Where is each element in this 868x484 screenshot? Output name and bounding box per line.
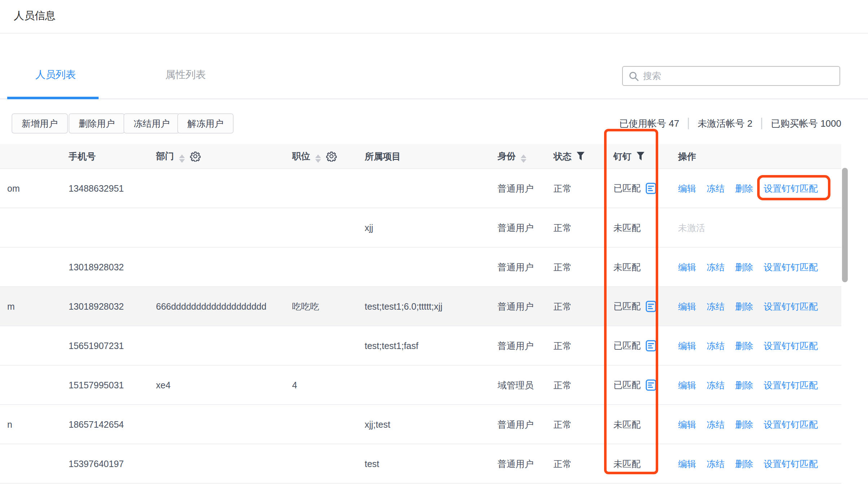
delete-link[interactable]: 删除 <box>735 261 753 273</box>
cell-role: 普通用户 <box>498 418 534 430</box>
dingding-matched-detail-icon[interactable] <box>646 379 656 391</box>
edit-link[interactable]: 编辑 <box>678 458 696 470</box>
set-dingding-match-link[interactable]: 设置钉钉匹配 <box>764 379 818 391</box>
column-header-label: 部门 <box>156 150 174 162</box>
column-header-dept: 部门 <box>156 150 201 163</box>
cell-role: 普通用户 <box>498 458 534 470</box>
freeze-link[interactable]: 冻结 <box>707 379 725 391</box>
gear-icon[interactable] <box>190 151 201 162</box>
freeze-link[interactable]: 冻结 <box>707 340 725 352</box>
freeze-link[interactable]: 冻结 <box>707 182 725 194</box>
dingding-matched-detail-icon[interactable] <box>646 300 656 313</box>
dingding-matched-detail-icon[interactable] <box>646 182 656 195</box>
stat-item: 已使用帐号 47 <box>619 117 679 130</box>
cell-status: 正常 <box>554 379 572 391</box>
cell-position: 吃吃吃 <box>292 300 319 312</box>
cell-phone: 13018928032 <box>69 262 124 272</box>
table-row: om13488632951普通用户正常已匹配编辑冻结删除设置钉钉匹配 <box>0 169 841 208</box>
tab-people-list[interactable]: 人员列表 <box>35 68 76 82</box>
set-dingding-match-link[interactable]: 设置钉钉匹配 <box>764 300 818 312</box>
delete-link[interactable]: 删除 <box>735 340 753 352</box>
cell-status: 正常 <box>554 340 572 352</box>
cell-name-fragment: m <box>7 301 15 311</box>
tabs-divider <box>0 99 868 99</box>
column-header-label: 操作 <box>678 150 696 162</box>
table-row: m13018928032666ddddddddddddddddddd吃吃吃tes… <box>0 287 841 326</box>
delete-link[interactable]: 删除 <box>735 182 753 194</box>
cell-dingding-status: 已匹配 <box>613 182 656 195</box>
set-dingding-match-link[interactable]: 设置钉钉匹配 <box>764 261 818 273</box>
column-header-label: 钉钉 <box>613 150 632 162</box>
filter-icon[interactable] <box>577 152 585 161</box>
sort-caret-icon[interactable] <box>179 154 185 163</box>
search-input[interactable] <box>642 70 839 82</box>
table-header-row: 手机号部门职位所属项目身份状态钉钉操作 <box>0 144 841 169</box>
set-dingding-match-link[interactable]: 设置钉钉匹配 <box>764 340 818 352</box>
freeze-link[interactable]: 冻结 <box>707 261 725 273</box>
delete-link[interactable]: 删除 <box>735 418 753 430</box>
tab-attribute-list[interactable]: 属性列表 <box>165 68 206 82</box>
delete-link[interactable]: 删除 <box>735 300 753 312</box>
cell-project: test;test1;fasf <box>365 340 418 351</box>
cell-operations: 编辑冻结删除设置钉钉匹配 <box>678 300 818 312</box>
filter-icon[interactable] <box>637 152 645 161</box>
delete-user-button[interactable]: 删除用户 <box>69 113 125 134</box>
edit-link[interactable]: 编辑 <box>678 418 696 430</box>
cell-dingding-status: 未匹配 <box>613 458 641 470</box>
unfreeze-user-button[interactable]: 解冻用户 <box>177 113 234 134</box>
edit-link[interactable]: 编辑 <box>678 182 696 194</box>
edit-link[interactable]: 编辑 <box>678 340 696 352</box>
stat-separator <box>688 118 689 129</box>
edit-link[interactable]: 编辑 <box>678 379 696 391</box>
cell-project: test;test1;6.0;ttttt;xjj <box>365 301 442 311</box>
sort-caret-icon[interactable] <box>521 154 526 163</box>
cell-role: 普通用户 <box>498 261 534 273</box>
cell-phone: 13488632951 <box>69 183 124 193</box>
delete-link[interactable]: 删除 <box>735 458 753 470</box>
gear-icon[interactable] <box>326 151 337 162</box>
cell-role: 普通用户 <box>498 182 534 194</box>
cell-status: 正常 <box>554 458 572 470</box>
column-header-phone: 手机号 <box>69 150 96 162</box>
cell-position: 4 <box>292 380 297 390</box>
cell-role: 普通用户 <box>498 222 534 234</box>
freeze-link[interactable]: 冻结 <box>707 418 725 430</box>
freeze-user-button[interactable]: 冻结用户 <box>123 113 180 134</box>
sort-caret-icon[interactable] <box>315 154 321 163</box>
edit-link[interactable]: 编辑 <box>678 261 696 273</box>
cell-role: 域管理员 <box>498 379 534 391</box>
cell-operations: 未激活 <box>678 222 705 234</box>
vertical-scrollbar-thumb[interactable] <box>842 168 848 282</box>
dingding-matched-detail-icon[interactable] <box>646 340 656 352</box>
freeze-link[interactable]: 冻结 <box>707 458 725 470</box>
cell-dingding-status: 未匹配 <box>613 418 641 430</box>
add-user-button[interactable]: 新增用户 <box>12 113 68 134</box>
freeze-link[interactable]: 冻结 <box>707 300 725 312</box>
cell-dingding-status: 未匹配 <box>613 222 641 234</box>
edit-link[interactable]: 编辑 <box>678 300 696 312</box>
cell-role: 普通用户 <box>498 300 534 312</box>
table-row: xjj普通用户正常未匹配未激活 <box>0 208 841 248</box>
column-header-pos: 职位 <box>292 150 337 163</box>
cell-status: 正常 <box>554 182 572 194</box>
search-box[interactable] <box>622 66 840 86</box>
inactive-label: 未激活 <box>678 222 705 234</box>
cell-project: xjj <box>365 222 373 233</box>
cell-project: xjj;test <box>365 419 390 430</box>
cell-operations: 编辑冻结删除设置钉钉匹配 <box>678 379 818 391</box>
cell-phone: 15651907231 <box>69 340 124 351</box>
set-dingding-match-link[interactable]: 设置钉钉匹配 <box>764 182 818 194</box>
set-dingding-match-link[interactable]: 设置钉钉匹配 <box>764 458 818 470</box>
cell-dingding-status: 已匹配 <box>613 379 656 391</box>
table-row: 13018928032普通用户正常未匹配编辑冻结删除设置钉钉匹配 <box>0 248 841 287</box>
cell-department: 666ddddddddddddddddddd <box>156 301 266 311</box>
cell-operations: 编辑冻结删除设置钉钉匹配 <box>678 261 818 273</box>
delete-link[interactable]: 删除 <box>735 379 753 391</box>
table-row: 15651907231test;test1;fasf普通用户正常已匹配编辑冻结删… <box>0 326 841 366</box>
set-dingding-match-link[interactable]: 设置钉钉匹配 <box>764 418 818 430</box>
cell-operations: 编辑冻结删除设置钉钉匹配 <box>678 340 818 352</box>
top-bar: 人员信息 <box>0 0 868 34</box>
column-header-role: 身份 <box>498 150 526 163</box>
cell-name-fragment: om <box>7 183 20 193</box>
cell-status: 正常 <box>554 261 572 273</box>
